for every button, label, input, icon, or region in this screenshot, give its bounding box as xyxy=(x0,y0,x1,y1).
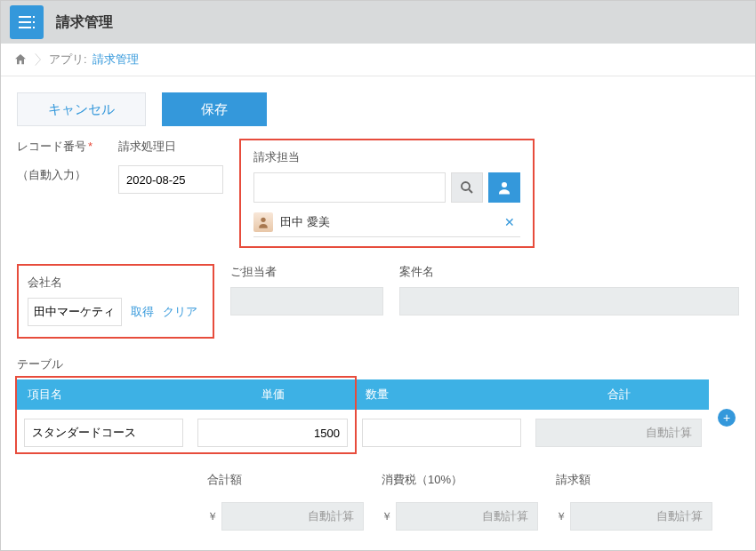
selected-user-name: 田中 愛美 xyxy=(280,214,330,230)
unit-price-input[interactable] xyxy=(197,419,348,447)
svg-rect-2 xyxy=(19,27,31,28)
company-field: 会社名 取得 クリア xyxy=(17,264,214,339)
record-number-label: レコード番号* xyxy=(17,139,102,155)
svg-point-9 xyxy=(261,218,265,222)
item-name-input[interactable] xyxy=(24,419,183,447)
record-number-field: レコード番号* （自動入力） xyxy=(17,139,102,248)
subtotal-value: 自動計算 xyxy=(221,502,364,531)
tax-value: 自動計算 xyxy=(396,502,538,531)
assignee-input[interactable] xyxy=(253,172,446,203)
assignee-label: 請求担当 xyxy=(253,149,520,165)
remove-user-icon[interactable]: ✕ xyxy=(499,215,520,229)
selected-user: 田中 愛美 ✕ xyxy=(253,210,520,237)
contact-value xyxy=(230,287,383,315)
row-total: 自動計算 xyxy=(535,419,702,447)
process-date-label: 請求処理日 xyxy=(118,139,223,155)
subtotal-label: 合計額 xyxy=(207,472,364,488)
add-row-button[interactable]: + xyxy=(718,409,736,427)
line-items-table: 項目名 単価 数量 合計 自動計算 xyxy=(17,379,709,456)
table-label: テーブル xyxy=(17,356,739,372)
breadcrumb-prefix: アプリ: xyxy=(49,52,87,68)
org-picker-icon[interactable] xyxy=(488,172,520,203)
th-total: 合計 xyxy=(528,379,709,410)
subtotal-field: 合計額 ￥ 自動計算 xyxy=(207,472,364,531)
th-unit-price: 単価 xyxy=(190,379,355,410)
case-label: 案件名 xyxy=(399,264,739,280)
avatar xyxy=(253,212,273,232)
currency-symbol: ￥ xyxy=(382,509,392,524)
company-label: 会社名 xyxy=(28,275,204,291)
currency-symbol: ￥ xyxy=(556,509,567,524)
company-input[interactable] xyxy=(28,298,122,326)
action-toolbar: キャンセル 保存 xyxy=(1,76,755,139)
tax-label: 消費税（10%） xyxy=(382,472,538,488)
th-qty: 数量 xyxy=(355,379,528,410)
app-icon xyxy=(10,5,44,39)
currency-symbol: ￥ xyxy=(207,509,218,524)
chevron-right-icon xyxy=(33,51,44,68)
case-value xyxy=(399,287,739,315)
contact-label: ご担当者 xyxy=(230,264,383,280)
qty-input[interactable] xyxy=(362,419,521,447)
case-field: 案件名 xyxy=(399,264,739,315)
svg-rect-1 xyxy=(19,21,31,23)
fetch-button[interactable]: 取得 xyxy=(131,304,154,320)
process-date-input[interactable] xyxy=(118,165,223,194)
home-icon[interactable] xyxy=(13,52,28,67)
svg-point-6 xyxy=(462,182,470,190)
assignee-field: 請求担当 田中 愛美 ✕ xyxy=(239,139,535,248)
svg-line-7 xyxy=(469,189,472,193)
breadcrumb-app-link[interactable]: 請求管理 xyxy=(92,52,139,68)
svg-rect-0 xyxy=(19,16,31,18)
tax-field: 消費税（10%） ￥ 自動計算 xyxy=(382,472,538,531)
record-number-value: （自動入力） xyxy=(17,167,102,183)
invoice-label: 請求額 xyxy=(556,472,712,488)
cancel-button[interactable]: キャンセル xyxy=(17,92,146,126)
contact-field: ご担当者 xyxy=(230,264,383,315)
svg-rect-5 xyxy=(33,27,35,28)
invoice-value: 自動計算 xyxy=(570,502,712,531)
save-button[interactable]: 保存 xyxy=(162,92,267,126)
invoice-field: 請求額 ￥ 自動計算 xyxy=(556,472,712,531)
svg-rect-4 xyxy=(33,21,35,23)
app-title: 請求管理 xyxy=(56,13,113,32)
process-date-field: 請求処理日 xyxy=(118,139,223,248)
breadcrumb: アプリ: 請求管理 xyxy=(1,44,755,76)
table-row: 自動計算 xyxy=(17,410,709,456)
svg-rect-3 xyxy=(33,16,35,18)
search-icon[interactable] xyxy=(451,172,483,203)
svg-point-8 xyxy=(502,182,507,188)
clear-button[interactable]: クリア xyxy=(163,304,197,320)
app-header: 請求管理 xyxy=(1,1,755,44)
th-item: 項目名 xyxy=(17,379,190,410)
